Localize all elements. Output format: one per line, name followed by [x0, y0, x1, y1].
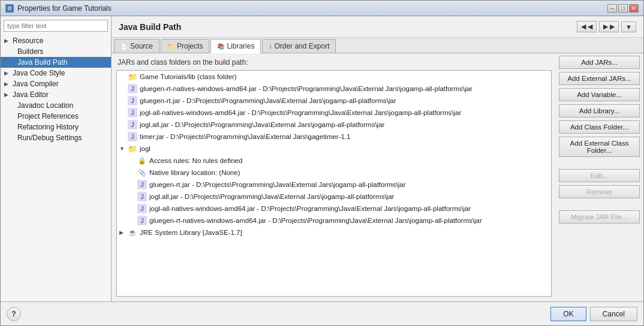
sidebar-item-label: Refactoring History: [17, 123, 79, 131]
button-spacer: [559, 160, 641, 166]
cancel-button[interactable]: Cancel: [590, 307, 637, 321]
build-path-tree[interactable]: 📁 Game Tutorials/lib (class folder) J gl…: [116, 70, 552, 297]
tree-item-jogl[interactable]: ▼ 📁 jogl: [117, 143, 551, 155]
add-external-class-folder-button[interactable]: Add External Class Folder...: [559, 137, 640, 157]
title-bar: ⚙ Properties for Game Tutorials ─ □ ✕: [1, 1, 643, 16]
sidebar-item-label: Javadoc Location: [17, 101, 73, 110]
nav-back-button[interactable]: ◀ ◀: [577, 21, 597, 32]
sidebar-item-java-build-path[interactable]: Java Build Path: [1, 57, 111, 68]
jar-icon: J: [128, 96, 137, 105]
sidebar-item-label: Run/Debug Settings: [17, 134, 82, 142]
tree-item-label: jogl-all-natives-windows-amd64.jar - D:\…: [149, 205, 471, 212]
expand-arrow: ▶: [4, 70, 10, 76]
sidebar-item-resource[interactable]: ▶ Resource: [1, 35, 111, 46]
tab-libraries-label: Libraries: [227, 42, 254, 50]
tree-item-jogl-gluegen-natives[interactable]: J gluegen-rt-natives-windows-amd64.jar -…: [117, 215, 551, 227]
panel-subtitle: JARs and class folders on the build path…: [116, 58, 552, 67]
tab-source-label: Source: [130, 42, 153, 50]
window-icon: ⚙: [5, 4, 14, 13]
sidebar-item-label: Java Code Style: [13, 69, 65, 77]
tree-item-label: gluegen-rt.jar - D:\Projects\Programming…: [140, 97, 396, 104]
jar-icon: J: [137, 204, 147, 213]
tab-order-label: Order and Export: [274, 42, 329, 50]
sidebar-item-java-editor[interactable]: ▶ Java Editor: [1, 89, 111, 100]
sidebar-item-java-compiler[interactable]: ▶ Java Compiler: [1, 79, 111, 89]
tab-source[interactable]: 📄 Source: [114, 39, 160, 53]
remove-button[interactable]: Remove: [559, 185, 640, 198]
tree-item-jogl-natives-amd64[interactable]: J jogl-all-natives-windows-amd64.jar - D…: [117, 107, 551, 119]
tree-item-game-tutorials-lib[interactable]: 📁 Game Tutorials/lib (class folder): [117, 71, 551, 83]
jar-icon: J: [128, 120, 137, 129]
tree-item-label: gluegen-rt.jar - D:\Projects\Programming…: [149, 181, 406, 188]
panel-content: JARs and class folders on the build path…: [112, 53, 643, 301]
sidebar-item-label: Java Build Path: [17, 58, 67, 67]
window-title: Properties for Game Tutorials: [17, 4, 112, 13]
footer-buttons: OK Cancel: [550, 307, 637, 321]
tree-item-jogl-all-natives-amd64-2[interactable]: J jogl-all-natives-windows-amd64.jar - D…: [117, 203, 551, 215]
dialog-footer: ? OK Cancel: [1, 301, 643, 325]
add-variable-button[interactable]: Add Variable...: [559, 88, 640, 101]
page-header: Java Build Path ◀ ◀ ▶ ▶ ▼: [112, 16, 643, 38]
build-path-panel: JARs and class folders on the build path…: [112, 53, 556, 301]
tabs-bar: 📄 Source 📁 Projects 📚 Libraries ↕ Order …: [112, 38, 643, 53]
tree-item-gluegen-rt[interactable]: J gluegen-rt.jar - D:\Projects\Programmi…: [117, 95, 551, 107]
tree-item-label: jogl: [140, 145, 151, 152]
tree-item-jogl-all-jar[interactable]: J jogl.all.jar - D:\Projects\Programming…: [117, 191, 551, 203]
tree-item-jogl-all[interactable]: J jogl.all.jar - D:\Projects\Programming…: [117, 119, 551, 131]
order-tab-icon: ↕: [269, 43, 272, 50]
tree-item-jogl-gluegen-rt[interactable]: J gluegen-rt.jar - D:\Projects\Programmi…: [117, 179, 551, 191]
tree-item-access-rules[interactable]: 🔒 Access rules: No rules defined: [117, 155, 551, 167]
migrate-jar-button[interactable]: Migrate JAR File...: [559, 210, 640, 224]
filter-input[interactable]: [4, 20, 108, 32]
ok-button[interactable]: OK: [550, 307, 586, 321]
sidebar-item-project-references[interactable]: Project References: [1, 111, 111, 122]
lib-icon: 📎: [137, 168, 147, 177]
tree-item-native-lib[interactable]: 📎 Native library location: (None): [117, 167, 551, 179]
folder-icon: 📁: [128, 144, 137, 153]
sidebar-item-refactoring-history[interactable]: Refactoring History: [1, 122, 111, 132]
tree-item-label: jogl-all-natives-windows-amd64.jar - D:\…: [140, 109, 461, 116]
tree-item-label: gluegen-rt-natives-windows-amd64.jar - D…: [149, 217, 482, 224]
jar-icon: J: [137, 192, 147, 201]
sidebar-item-run-debug-settings[interactable]: Run/Debug Settings: [1, 132, 111, 143]
add-library-button[interactable]: Add Library...: [559, 104, 640, 117]
sidebar-item-builders[interactable]: Builders: [1, 46, 111, 57]
help-button[interactable]: ?: [7, 307, 21, 321]
tab-order-export[interactable]: ↕ Order and Export: [262, 39, 336, 53]
tree-item-gluegen-natives-amd64[interactable]: J gluegen-rt-natives-windows-amd64.jar -…: [117, 83, 551, 95]
maximize-button[interactable]: □: [618, 4, 628, 13]
tree-item-label: Native library location: (None): [149, 169, 240, 176]
close-button[interactable]: ✕: [629, 4, 639, 13]
libraries-tab-icon: 📚: [217, 43, 224, 50]
tab-libraries[interactable]: 📚 Libraries: [210, 39, 261, 53]
source-tab-icon: 📄: [121, 43, 128, 50]
buttons-panel: Add JARs... Add External JARs... Add Var…: [556, 53, 643, 301]
expand-icon: ▶: [119, 230, 125, 236]
add-jars-button[interactable]: Add JARs...: [559, 56, 640, 69]
sidebar-item-label: Java Editor: [13, 90, 49, 99]
edit-button[interactable]: Edit...: [559, 169, 640, 182]
sidebar-item-label: Project References: [17, 112, 79, 120]
tree-item-timer[interactable]: J timer.jar - D:\Projects\Programming\Ja…: [117, 131, 551, 143]
main-area: Java Build Path ◀ ◀ ▶ ▶ ▼ 📄 Source 📁 Pro…: [112, 16, 643, 301]
tree-item-label: JRE System Library [JavaSE-1.7]: [140, 229, 242, 236]
projects-tab-icon: 📁: [167, 43, 174, 50]
header-nav: ◀ ◀ ▶ ▶ ▼: [577, 21, 636, 32]
tab-projects[interactable]: 📁 Projects: [161, 39, 209, 53]
jre-icon: ☕: [128, 228, 137, 237]
add-external-jars-button[interactable]: Add External JARs...: [559, 72, 640, 85]
expand-arrow: ▶: [4, 38, 10, 44]
nav-dropdown-button[interactable]: ▼: [621, 22, 636, 32]
properties-window: ⚙ Properties for Game Tutorials ─ □ ✕ ▶ …: [0, 0, 644, 326]
tree-item-label: jogl.all.jar - D:\Projects\Programming\J…: [149, 193, 394, 200]
tree-item-jre-system-library[interactable]: ▶ ☕ JRE System Library [JavaSE-1.7]: [117, 227, 551, 239]
sidebar-item-java-code-style[interactable]: ▶ Java Code Style: [1, 68, 111, 79]
jar-icon: J: [128, 108, 137, 117]
title-buttons: ─ □ ✕: [607, 4, 639, 13]
minimize-button[interactable]: ─: [607, 4, 617, 13]
add-class-folder-button[interactable]: Add Class Folder...: [559, 120, 640, 134]
jar-icon: J: [128, 132, 137, 141]
nav-forward-button[interactable]: ▶ ▶: [599, 21, 619, 32]
sidebar-item-javadoc-location[interactable]: Javadoc Location: [1, 100, 111, 111]
tree-item-label: timer.jar - D:\Projects\Programming\Java…: [140, 133, 351, 140]
